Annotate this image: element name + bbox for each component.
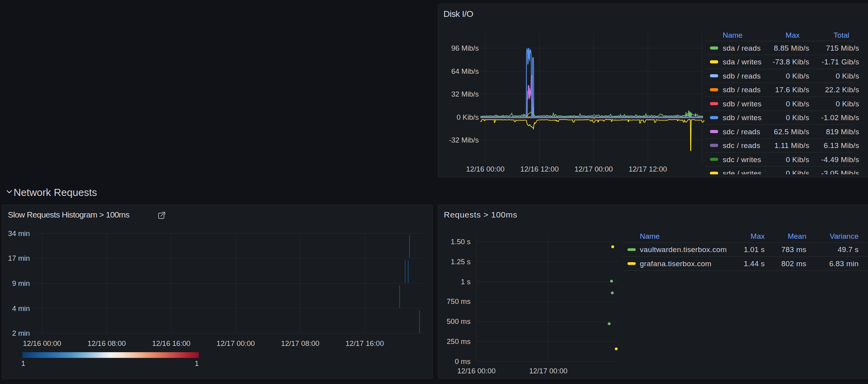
svg-text:sdc / writes: sdc / writes	[723, 155, 761, 164]
svg-text:0 ms: 0 ms	[455, 357, 471, 366]
svg-text:sda / writes: sda / writes	[723, 58, 762, 66]
svg-text:2 min: 2 min	[12, 329, 30, 337]
svg-text:0 Kib/s: 0 Kib/s	[836, 72, 859, 80]
svg-text:96 Mib/s: 96 Mib/s	[451, 44, 479, 52]
svg-text:12/16 00:00: 12/16 00:00	[466, 165, 505, 173]
svg-text:819 Mib/s: 819 Mib/s	[826, 128, 859, 136]
svg-text:Mean: Mean	[787, 232, 806, 240]
svg-text:0 Kib/s: 0 Kib/s	[786, 169, 809, 177]
svg-text:34 min: 34 min	[8, 229, 30, 238]
svg-text:12/17 00:00: 12/17 00:00	[575, 165, 613, 173]
svg-text:250 ms: 250 ms	[447, 337, 471, 346]
svg-text:64 Mib/s: 64 Mib/s	[451, 67, 479, 75]
svg-text:12/17 16:00: 12/17 16:00	[346, 339, 384, 347]
svg-text:sdb / writes: sdb / writes	[723, 113, 762, 122]
svg-text:17 min: 17 min	[8, 254, 30, 262]
svg-text:12/17 00:00: 12/17 00:00	[216, 339, 255, 347]
svg-text:sda / reads: sda / reads	[723, 44, 761, 52]
svg-text:Requests > 100ms: Requests > 100ms	[444, 210, 517, 219]
svg-text:sde / writes: sde / writes	[723, 169, 762, 177]
svg-text:0 Kib/s: 0 Kib/s	[786, 155, 809, 164]
svg-text:-32 Mib/s: -32 Mib/s	[449, 136, 479, 144]
svg-text:750 ms: 750 ms	[447, 297, 471, 305]
svg-text:sdc / reads: sdc / reads	[723, 141, 760, 150]
svg-text:1 s: 1 s	[461, 278, 471, 286]
svg-text:12/17 00:00: 12/17 00:00	[529, 367, 568, 375]
svg-text:715 Mib/s: 715 Mib/s	[826, 44, 859, 52]
svg-text:9 min: 9 min	[12, 279, 30, 287]
svg-text:12/17 12:00: 12/17 12:00	[629, 165, 667, 173]
svg-text:12/16 00:00: 12/16 00:00	[457, 367, 496, 375]
svg-text:22.2 Kib/s: 22.2 Kib/s	[825, 86, 859, 94]
svg-text:62.5 Mib/s: 62.5 Mib/s	[774, 128, 809, 136]
svg-text:12/16 00:00: 12/16 00:00	[23, 339, 61, 347]
svg-text:Variance: Variance	[830, 232, 859, 240]
svg-text:12/17 08:00: 12/17 08:00	[281, 339, 319, 347]
svg-text:Name: Name	[723, 31, 743, 39]
svg-text:sdb / reads: sdb / reads	[723, 72, 761, 80]
svg-text:1: 1	[21, 359, 25, 368]
svg-text:Slow Requests Histogram > 100m: Slow Requests Histogram > 100ms	[8, 210, 129, 219]
svg-text:Total: Total	[833, 31, 849, 39]
svg-text:Max: Max	[786, 31, 800, 39]
svg-text:12/16 16:00: 12/16 16:00	[152, 339, 190, 347]
svg-text:1.01 s: 1.01 s	[744, 245, 765, 254]
svg-text:1.25 s: 1.25 s	[451, 258, 471, 266]
svg-text:Max: Max	[751, 232, 765, 240]
svg-text:0 Kib/s: 0 Kib/s	[786, 113, 809, 122]
svg-text:1: 1	[195, 359, 199, 368]
svg-text:-4.49 Mib/s: -4.49 Mib/s	[821, 155, 859, 164]
svg-text:0 Kib/s: 0 Kib/s	[786, 72, 809, 80]
svg-text:sdc / reads: sdc / reads	[723, 128, 760, 136]
svg-text:8.85 Mib/s: 8.85 Mib/s	[774, 44, 809, 52]
svg-text:49.7 s: 49.7 s	[838, 245, 859, 254]
svg-text:0 Kib/s: 0 Kib/s	[836, 100, 859, 108]
svg-text:12/16 08:00: 12/16 08:00	[88, 339, 126, 347]
svg-text:6.83 min: 6.83 min	[829, 260, 859, 268]
svg-text:grafana.tiserbox.com: grafana.tiserbox.com	[640, 260, 711, 268]
svg-text:0 Kib/s: 0 Kib/s	[786, 100, 809, 108]
svg-text:32 Mib/s: 32 Mib/s	[451, 90, 479, 98]
svg-text:0 Kib/s: 0 Kib/s	[456, 113, 479, 121]
svg-text:Disk I/O: Disk I/O	[443, 9, 473, 19]
svg-text:vaultwarden.tiserbox.com: vaultwarden.tiserbox.com	[640, 245, 727, 254]
svg-text:-1.71 Gib/s: -1.71 Gib/s	[822, 58, 859, 66]
svg-text:-73.8 Kib/s: -73.8 Kib/s	[773, 58, 809, 66]
svg-text:1.50 s: 1.50 s	[451, 238, 471, 246]
svg-text:783 ms: 783 ms	[781, 245, 806, 254]
svg-text:sdb / writes: sdb / writes	[723, 100, 762, 108]
svg-text:500 ms: 500 ms	[447, 317, 471, 325]
svg-text:Name: Name	[640, 232, 660, 240]
svg-text:1.44 s: 1.44 s	[744, 260, 765, 268]
svg-text:17.6 Kib/s: 17.6 Kib/s	[775, 86, 809, 94]
svg-text:sdb / reads: sdb / reads	[723, 86, 761, 94]
svg-text:4 min: 4 min	[12, 304, 30, 313]
svg-text:6.13 Mib/s: 6.13 Mib/s	[824, 141, 859, 150]
svg-text:-1.02 Mib/s: -1.02 Mib/s	[821, 113, 859, 122]
svg-text:1.11 Mib/s: 1.11 Mib/s	[775, 141, 809, 150]
svg-text:-3.05 Mib/s: -3.05 Mib/s	[821, 169, 859, 177]
svg-text:802 ms: 802 ms	[781, 260, 806, 268]
svg-text:12/16 12:00: 12/16 12:00	[520, 165, 559, 173]
